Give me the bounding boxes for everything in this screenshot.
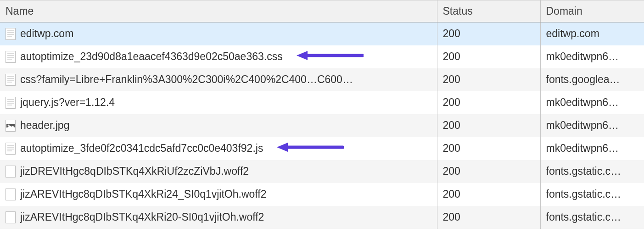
cell-domain[interactable]: editwp.com [540,22,644,45]
cell-domain[interactable]: mk0editwpn6… [540,114,644,137]
cell-status[interactable]: 200 [437,114,540,137]
table-header-row: Name Status Domain [0,0,644,22]
cell-domain[interactable]: mk0editwpn6… [540,91,644,114]
column-header-name[interactable]: Name [0,0,437,22]
cell-name[interactable]: editwp.com [0,22,437,45]
cell-status[interactable]: 200 [437,68,540,91]
cell-status[interactable]: 200 [437,91,540,114]
font-file-icon [6,189,16,200]
cell-name[interactable]: css?family=Libre+Franklin%3A300%2C300i%2… [0,68,437,91]
column-header-status[interactable]: Status [437,0,540,22]
cell-domain[interactable]: fonts.gstatic.c… [540,160,644,183]
cell-status[interactable]: 200 [437,45,540,68]
table-row[interactable]: autoptimize_3fde0f2c0341cdc5afd7cc0c0e40… [0,137,644,160]
cell-name[interactable]: autoptimize_23d90d8a1eaacef4363d9e02c50a… [0,45,437,68]
cell-status[interactable]: 200 [437,137,540,160]
annotation-arrow-icon [275,141,344,156]
cell-status[interactable]: 200 [437,206,540,229]
cell-domain[interactable]: mk0editwpn6… [540,45,644,68]
request-name: editwp.com [20,28,73,40]
annotation-arrow-icon [295,50,364,64]
svg-rect-0 [6,28,16,39]
request-name: header.jpg [20,119,69,132]
table-row[interactable]: header.jpg200mk0editwpn6… [0,114,644,137]
table-row[interactable]: css?family=Libre+Franklin%3A300%2C300i%2… [0,68,644,91]
table-row[interactable]: jizAREVItHgc8qDIbSTKq4XkRi20-SI0q1vjitOh… [0,206,644,229]
svg-rect-30 [6,166,16,177]
table-row[interactable]: jizDREVItHgc8qDIbSTKq4XkRiUf2zcZiVbJ.wof… [0,160,644,183]
document-file-icon [6,51,16,63]
font-file-icon [6,166,16,178]
network-requests-table: Name Status Domain editwp.com200editwp.c… [0,0,644,229]
cell-domain[interactable]: fonts.gstatic.c… [540,183,644,206]
document-file-icon [6,143,16,155]
svg-rect-5 [6,51,16,62]
cell-domain[interactable]: fonts.gstatic.c… [540,206,644,229]
svg-rect-31 [6,189,16,200]
column-header-domain[interactable]: Domain [540,0,644,22]
cell-name[interactable]: jizDREVItHgc8qDIbSTKq4XkRiUf2zcZiVbJ.wof… [0,160,437,183]
request-name: css?family=Libre+Franklin%3A300%2C300i%2… [20,73,353,86]
request-name: jizAREVItHgc8qDIbSTKq4XkRi20-SI0q1vjitOh… [20,211,264,223]
request-name: autoptimize_23d90d8a1eaacef4363d9e02c50a… [20,50,283,63]
document-file-icon [6,97,16,109]
cell-status[interactable]: 200 [437,183,540,206]
svg-rect-24 [6,143,16,154]
svg-point-23 [8,124,9,126]
cell-name[interactable]: jizAREVItHgc8qDIbSTKq4XkRi24_SI0q1vjitOh… [0,183,437,206]
request-name: jquery.js?ver=1.12.4 [20,96,115,109]
cell-name[interactable]: autoptimize_3fde0f2c0341cdc5afd7cc0c0e40… [0,137,437,160]
cell-domain[interactable]: fonts.googlea… [540,68,644,91]
document-file-icon [6,74,16,86]
svg-rect-11 [6,74,16,85]
cell-name[interactable]: jizAREVItHgc8qDIbSTKq4XkRi20-SI0q1vjitOh… [0,206,437,229]
request-name: autoptimize_3fde0f2c0341cdc5afd7cc0c0e40… [20,142,263,155]
cell-status[interactable]: 200 [437,22,540,45]
table-row[interactable]: jquery.js?ver=1.12.4200mk0editwpn6… [0,91,644,114]
request-name: jizDREVItHgc8qDIbSTKq4XkRiUf2zcZiVbJ.wof… [20,165,249,178]
cell-status[interactable]: 200 [437,160,540,183]
table-row[interactable]: editwp.com200editwp.com [0,22,644,45]
image-file-icon [6,120,16,132]
table-row[interactable]: jizAREVItHgc8qDIbSTKq4XkRi24_SI0q1vjitOh… [0,183,644,206]
document-file-icon [6,28,16,40]
request-name: jizAREVItHgc8qDIbSTKq4XkRi24_SI0q1vjitOh… [20,188,267,200]
font-file-icon [6,211,16,223]
cell-domain[interactable]: mk0editwpn6… [540,137,644,160]
cell-name[interactable]: jquery.js?ver=1.12.4 [0,91,437,114]
cell-name[interactable]: header.jpg [0,114,437,137]
svg-rect-32 [6,211,16,223]
table-row[interactable]: autoptimize_23d90d8a1eaacef4363d9e02c50a… [0,45,644,68]
svg-rect-16 [6,97,16,108]
